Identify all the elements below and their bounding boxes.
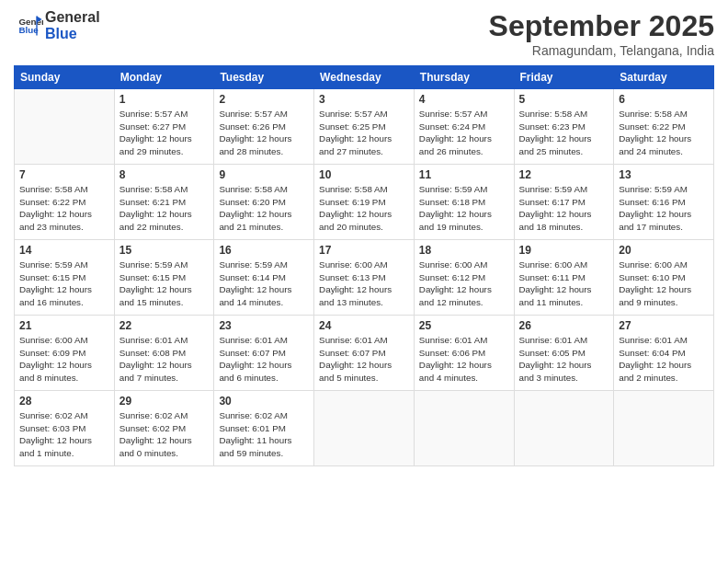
day-number: 10 [319, 168, 409, 181]
calendar-cell: 5Sunrise: 5:58 AM Sunset: 6:23 PM Daylig… [514, 89, 614, 165]
logo-block: General Blue General Blue [14, 9, 100, 43]
day-info: Sunrise: 5:58 AM Sunset: 6:22 PM Dayligh… [19, 183, 109, 234]
day-info: Sunrise: 5:58 AM Sunset: 6:19 PM Dayligh… [319, 183, 409, 234]
day-number: 2 [219, 93, 309, 106]
calendar-week-row-1: 7Sunrise: 5:58 AM Sunset: 6:22 PM Daylig… [15, 165, 714, 240]
day-info: Sunrise: 6:02 AM Sunset: 6:03 PM Dayligh… [19, 409, 109, 460]
calendar: Sunday Monday Tuesday Wednesday Thursday… [14, 65, 714, 466]
calendar-header-row: Sunday Monday Tuesday Wednesday Thursday… [15, 66, 714, 89]
day-info: Sunrise: 6:02 AM Sunset: 6:02 PM Dayligh… [119, 409, 210, 460]
calendar-cell: 13Sunrise: 5:59 AM Sunset: 6:16 PM Dayli… [614, 165, 714, 240]
calendar-week-row-2: 14Sunrise: 5:59 AM Sunset: 6:15 PM Dayli… [15, 240, 714, 316]
day-info: Sunrise: 6:01 AM Sunset: 6:06 PM Dayligh… [419, 334, 509, 385]
logo-text-line1: General [45, 9, 100, 26]
calendar-cell: 4Sunrise: 5:57 AM Sunset: 6:24 PM Daylig… [414, 89, 514, 165]
calendar-cell: 25Sunrise: 6:01 AM Sunset: 6:06 PM Dayli… [414, 316, 514, 391]
calendar-cell: 12Sunrise: 5:59 AM Sunset: 6:17 PM Dayli… [514, 165, 614, 240]
day-number: 23 [219, 319, 309, 332]
col-sunday: Sunday [15, 66, 115, 89]
day-number: 28 [19, 395, 109, 408]
day-info: Sunrise: 6:00 AM Sunset: 6:11 PM Dayligh… [519, 259, 609, 309]
calendar-cell: 30Sunrise: 6:02 AM Sunset: 6:01 PM Dayli… [214, 391, 314, 466]
calendar-cell: 17Sunrise: 6:00 AM Sunset: 6:13 PM Dayli… [314, 240, 415, 316]
day-number: 15 [119, 244, 210, 257]
main-title: September 2025 [489, 9, 714, 43]
calendar-cell: 8Sunrise: 5:58 AM Sunset: 6:21 PM Daylig… [114, 165, 214, 240]
day-info: Sunrise: 6:00 AM Sunset: 6:13 PM Dayligh… [319, 259, 409, 309]
col-wednesday: Wednesday [314, 66, 415, 89]
day-number: 22 [119, 319, 210, 332]
day-number: 1 [119, 93, 210, 106]
day-number: 8 [119, 168, 210, 181]
day-info: Sunrise: 6:01 AM Sunset: 6:07 PM Dayligh… [319, 334, 409, 385]
col-saturday: Saturday [614, 66, 714, 89]
calendar-cell: 1Sunrise: 5:57 AM Sunset: 6:27 PM Daylig… [114, 89, 214, 165]
logo-text-line2: Blue [45, 26, 100, 42]
subtitle: Ramagundam, Telangana, India [489, 43, 714, 58]
logo-icon: General Blue [17, 13, 43, 39]
day-info: Sunrise: 5:59 AM Sunset: 6:16 PM Dayligh… [619, 183, 709, 234]
calendar-cell [15, 89, 115, 165]
calendar-cell: 19Sunrise: 6:00 AM Sunset: 6:11 PM Dayli… [514, 240, 614, 316]
calendar-cell: 10Sunrise: 5:58 AM Sunset: 6:19 PM Dayli… [314, 165, 415, 240]
day-info: Sunrise: 5:59 AM Sunset: 6:17 PM Dayligh… [519, 183, 609, 234]
day-info: Sunrise: 5:57 AM Sunset: 6:25 PM Dayligh… [319, 108, 409, 158]
day-info: Sunrise: 6:00 AM Sunset: 6:09 PM Dayligh… [19, 334, 109, 385]
day-info: Sunrise: 5:59 AM Sunset: 6:18 PM Dayligh… [419, 183, 509, 234]
calendar-cell: 26Sunrise: 6:01 AM Sunset: 6:05 PM Dayli… [514, 316, 614, 391]
day-number: 13 [619, 168, 709, 181]
day-info: Sunrise: 6:01 AM Sunset: 6:07 PM Dayligh… [219, 334, 309, 385]
day-number: 5 [519, 93, 609, 106]
day-number: 6 [619, 93, 709, 106]
calendar-cell: 2Sunrise: 5:57 AM Sunset: 6:26 PM Daylig… [214, 89, 314, 165]
day-info: Sunrise: 5:58 AM Sunset: 6:20 PM Dayligh… [219, 183, 309, 234]
day-number: 27 [619, 319, 709, 332]
day-number: 4 [419, 93, 509, 106]
day-number: 11 [419, 168, 509, 181]
day-info: Sunrise: 5:58 AM Sunset: 6:22 PM Dayligh… [619, 108, 709, 158]
day-info: Sunrise: 5:57 AM Sunset: 6:27 PM Dayligh… [119, 108, 210, 158]
svg-text:Blue: Blue [18, 26, 39, 36]
day-number: 30 [219, 395, 309, 408]
day-number: 12 [519, 168, 609, 181]
calendar-cell: 28Sunrise: 6:02 AM Sunset: 6:03 PM Dayli… [15, 391, 115, 466]
day-number: 14 [19, 244, 109, 257]
calendar-cell [614, 391, 714, 466]
calendar-week-row-0: 1Sunrise: 5:57 AM Sunset: 6:27 PM Daylig… [15, 89, 714, 165]
day-info: Sunrise: 5:59 AM Sunset: 6:15 PM Dayligh… [119, 259, 210, 309]
calendar-cell: 24Sunrise: 6:01 AM Sunset: 6:07 PM Dayli… [314, 316, 415, 391]
day-number: 21 [19, 319, 109, 332]
day-number: 9 [219, 168, 309, 181]
day-info: Sunrise: 6:00 AM Sunset: 6:12 PM Dayligh… [419, 259, 509, 309]
calendar-cell: 3Sunrise: 5:57 AM Sunset: 6:25 PM Daylig… [314, 89, 415, 165]
day-number: 3 [319, 93, 409, 106]
calendar-cell: 15Sunrise: 5:59 AM Sunset: 6:15 PM Dayli… [114, 240, 214, 316]
col-monday: Monday [114, 66, 214, 89]
calendar-cell: 27Sunrise: 6:01 AM Sunset: 6:04 PM Dayli… [614, 316, 714, 391]
calendar-cell: 18Sunrise: 6:00 AM Sunset: 6:12 PM Dayli… [414, 240, 514, 316]
calendar-week-row-3: 21Sunrise: 6:00 AM Sunset: 6:09 PM Dayli… [15, 316, 714, 391]
day-number: 17 [319, 244, 409, 257]
calendar-cell: 23Sunrise: 6:01 AM Sunset: 6:07 PM Dayli… [214, 316, 314, 391]
col-friday: Friday [514, 66, 614, 89]
day-info: Sunrise: 6:01 AM Sunset: 6:05 PM Dayligh… [519, 334, 609, 385]
day-number: 7 [19, 168, 109, 181]
calendar-cell: 22Sunrise: 6:01 AM Sunset: 6:08 PM Dayli… [114, 316, 214, 391]
day-info: Sunrise: 5:59 AM Sunset: 6:15 PM Dayligh… [19, 259, 109, 309]
day-number: 26 [519, 319, 609, 332]
calendar-cell [314, 391, 415, 466]
calendar-cell: 11Sunrise: 5:59 AM Sunset: 6:18 PM Dayli… [414, 165, 514, 240]
day-info: Sunrise: 6:01 AM Sunset: 6:04 PM Dayligh… [619, 334, 709, 385]
calendar-cell: 20Sunrise: 6:00 AM Sunset: 6:10 PM Dayli… [614, 240, 714, 316]
day-info: Sunrise: 6:00 AM Sunset: 6:10 PM Dayligh… [619, 259, 709, 309]
calendar-cell: 14Sunrise: 5:59 AM Sunset: 6:15 PM Dayli… [15, 240, 115, 316]
day-number: 20 [619, 244, 709, 257]
day-number: 29 [119, 395, 210, 408]
header: General Blue General Blue September 2025… [14, 9, 714, 58]
col-thursday: Thursday [414, 66, 514, 89]
calendar-cell: 9Sunrise: 5:58 AM Sunset: 6:20 PM Daylig… [214, 165, 314, 240]
day-number: 18 [419, 244, 509, 257]
day-number: 24 [319, 319, 409, 332]
title-block: September 2025 Ramagundam, Telangana, In… [489, 9, 714, 58]
calendar-cell: 6Sunrise: 5:58 AM Sunset: 6:22 PM Daylig… [614, 89, 714, 165]
